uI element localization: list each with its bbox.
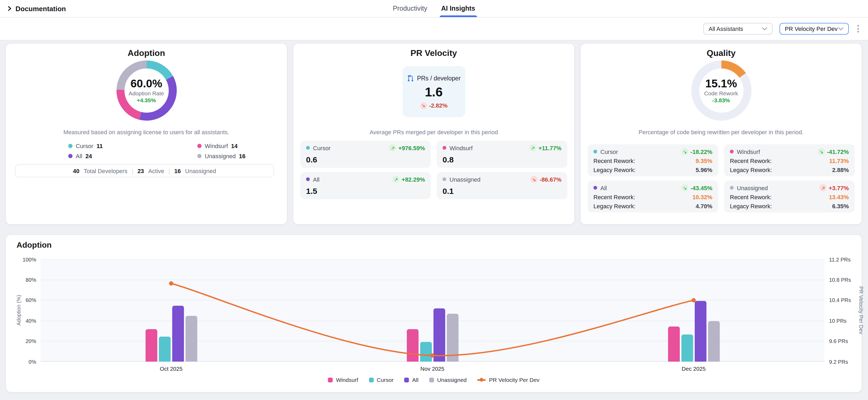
git-pull-request-icon <box>407 74 414 82</box>
recent-rework-row: Recent Rework:13.43% <box>730 194 849 200</box>
line-point-0 <box>169 281 173 286</box>
recent-rework-label: Recent Rework: <box>730 158 772 164</box>
adoption-card: Adoption 60.0% Adoption Rate +4.35% Meas… <box>5 43 287 225</box>
tile-name: Cursor <box>593 148 618 155</box>
right-axis-label: PR Velocity Per Dev <box>858 281 864 339</box>
summary-value: 40 <box>73 168 80 174</box>
legacy-rework-row: Legacy Rework:4.70% <box>593 203 712 209</box>
tile-name: All <box>593 185 607 191</box>
legend-swatch <box>429 377 434 382</box>
prs-per-developer-delta-value: -2.82% <box>429 102 447 109</box>
chart-legend-item-windsurf: Windsurf <box>328 376 358 383</box>
legend-label: Windsurf <box>336 376 358 383</box>
assistant-filter-select[interactable]: All Assistants <box>703 23 773 35</box>
delta-value: +976.59% <box>398 144 425 151</box>
tile-header: Unassigned↘-86.67% <box>442 176 561 183</box>
pr-stat-tile-cursor: Cursor↗+976.59%0.6 <box>300 141 431 168</box>
tile-header: Unassigned↗+3.77% <box>730 184 849 191</box>
legacy-rework-value: 4.70% <box>696 203 712 209</box>
delta-badge-bad: ↗+3.77% <box>820 184 849 191</box>
pr-stat-tile-windsurf: Windsurf↗+11.77%0.8 <box>437 141 567 168</box>
left-axis-label: Adoption (%) <box>16 290 22 331</box>
trend-up-icon: ↗ <box>529 144 536 151</box>
prs-per-developer-value: 1.6 <box>425 85 443 99</box>
tile-name: Unassigned <box>442 176 480 182</box>
recent-rework-label: Recent Rework: <box>730 194 772 200</box>
legend-swatch <box>404 377 409 382</box>
legend-label: All <box>76 153 82 159</box>
tile-name-label: Cursor <box>600 148 618 155</box>
top-header: Documentation Productivity AI Insights <box>0 0 868 18</box>
delta-badge-good: ↗+82.29% <box>393 176 425 183</box>
right-axis-tick: 9.6 PRs <box>829 338 861 344</box>
delta-badge-bad: ↘-86.67% <box>530 176 561 183</box>
legend-label: Unassigned <box>205 153 236 159</box>
x-axis-label: Oct 2025 <box>145 365 198 372</box>
x-axis-label: Nov 2025 <box>406 365 459 372</box>
delta-badge-good: ↘-41.72% <box>818 148 849 155</box>
tile-name-label: Windsurf <box>737 148 760 155</box>
series-dot <box>442 177 446 181</box>
delta-value: +3.77% <box>829 185 849 191</box>
tile-header: All↘-43.45% <box>593 184 712 191</box>
line-legend-dot <box>480 378 484 381</box>
right-axis-tick: 11.2 PRs <box>829 257 861 262</box>
legacy-rework-value: 2.88% <box>832 167 849 173</box>
recent-rework-value: 9.35% <box>696 158 712 164</box>
delta-badge-good: ↘-43.45% <box>681 184 712 191</box>
legend-swatch <box>328 377 333 382</box>
right-axis-tick: 10 PRs <box>829 318 861 324</box>
line-point-2 <box>691 298 696 303</box>
tile-header: Cursor↗+976.59% <box>306 144 425 151</box>
trend-down-icon: ↘ <box>681 184 688 191</box>
trend-down-icon: ↘ <box>530 176 537 183</box>
tile-name-label: Unassigned <box>450 176 480 182</box>
line-legend-marker <box>477 379 486 380</box>
recent-rework-label: Recent Rework: <box>593 158 635 164</box>
legend-item-all: All24 <box>68 153 197 159</box>
quality-stats: Cursor↘-18.22%Recent Rework:9.35%Legacy … <box>588 144 855 212</box>
trend-down-icon: ↘ <box>420 102 427 109</box>
adoption-donut-chart: 60.0% Adoption Rate +4.35% <box>112 56 181 125</box>
breadcrumb[interactable]: Documentation <box>7 0 66 17</box>
summary-label: Unassigned <box>185 168 216 174</box>
chart-legend-item-pr-velocity-per-dev: PR Velocity Per Dev <box>477 376 539 383</box>
trend-up-icon: ↗ <box>820 184 827 191</box>
legend-label: Unassigned <box>437 376 467 383</box>
tile-name: Windsurf <box>442 144 473 151</box>
tile-name: All <box>306 176 319 182</box>
delta-value: -18.22% <box>690 148 712 155</box>
pr-velocity-card-title: PR Velocity <box>293 48 574 58</box>
series-dot <box>730 186 734 190</box>
chart-legend-item-cursor: Cursor <box>369 376 394 383</box>
trend-down-icon: ↘ <box>818 148 825 155</box>
series-dot <box>306 177 310 181</box>
assistant-filter-value: All Assistants <box>709 26 743 32</box>
tile-name-label: Cursor <box>313 144 331 151</box>
tab-ai-insights[interactable]: AI Insights <box>441 0 475 17</box>
series-dot <box>306 146 310 150</box>
chevron-right-icon <box>7 6 12 11</box>
legend-value: 14 <box>231 143 238 149</box>
quality-description: Percentage of code being rewritten per d… <box>586 129 856 135</box>
combo-chart-plot-area <box>40 259 824 362</box>
tab-productivity[interactable]: Productivity <box>393 0 427 17</box>
prs-per-developer-delta: ↘ -2.82% <box>420 102 447 109</box>
tile-name: Windsurf <box>730 148 760 155</box>
tile-name: Cursor <box>306 144 331 151</box>
recent-rework-value: 11.73% <box>829 158 849 164</box>
left-axis-tick: 40% <box>8 318 36 324</box>
pr-stat-tile-all: All↗+82.29%1.5 <box>300 172 431 199</box>
summary-label: Total Developers <box>84 168 127 174</box>
metric-filter-select[interactable]: PR Velocity Per Dev <box>779 23 849 35</box>
trend-down-icon: ↘ <box>681 148 688 155</box>
trend-up-icon: ↗ <box>393 176 400 183</box>
tab-ai-insights-label: AI Insights <box>441 5 475 12</box>
tile-name: Unassigned <box>730 185 768 191</box>
tile-header: Windsurf↗+11.77% <box>442 144 561 151</box>
left-axis-tick: 20% <box>8 338 36 344</box>
legacy-rework-label: Legacy Rework: <box>593 203 636 209</box>
kebab-menu-icon[interactable] <box>856 24 861 34</box>
tile-value: 0.8 <box>442 155 561 164</box>
legend-item-cursor: Cursor11 <box>68 143 197 149</box>
